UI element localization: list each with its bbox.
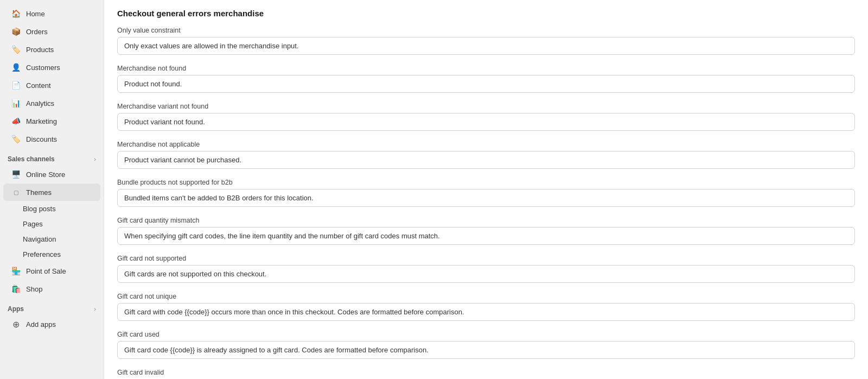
field-label-bundle-products-not-supported: Bundle products not supported for b2b [117, 179, 855, 186]
section-title: Checkout general errors merchandise [117, 9, 855, 18]
field-group-merchandise-variant-not-found: Merchandise variant not found [117, 103, 855, 131]
sidebar-item-point-of-sale-label: Point of Sale [26, 267, 66, 275]
products-icon: 🏷️ [11, 45, 21, 54]
apps-chevron[interactable]: › [94, 306, 96, 312]
orders-icon: 📦 [11, 27, 21, 36]
sidebar-item-marketing-label: Marketing [26, 117, 57, 125]
field-label-gift-card-used: Gift card used [117, 331, 855, 338]
sidebar-item-add-apps[interactable]: ⊕ Add apps [3, 315, 100, 333]
sidebar-item-discounts[interactable]: 🏷️ Discounts [3, 130, 100, 148]
apps-label: Apps [8, 305, 24, 313]
field-label-merchandise-not-applicable: Merchandise not applicable [117, 141, 855, 148]
sidebar-item-navigation[interactable]: Navigation [3, 232, 100, 247]
sidebar-item-home[interactable]: 🏠 Home [3, 5, 100, 22]
themes-icon: ▢ [11, 187, 21, 197]
sidebar-item-products[interactable]: 🏷️ Products [3, 41, 100, 58]
customers-icon: 👤 [11, 62, 21, 72]
sidebar-item-marketing[interactable]: 📣 Marketing [3, 112, 100, 130]
shop-icon: 🛍️ [11, 284, 21, 294]
field-group-merchandise-not-found: Merchandise not found [117, 65, 855, 93]
field-label-merchandise-not-found: Merchandise not found [117, 65, 855, 72]
fields-container: Only value constraintMerchandise not fou… [117, 27, 855, 379]
sidebar: 🏠 Home 📦 Orders 🏷️ Products 👤 Customers … [0, 0, 104, 379]
home-icon: 🏠 [11, 9, 21, 18]
sidebar-item-orders[interactable]: 📦 Orders [3, 23, 100, 40]
field-input-gift-card-not-unique[interactable] [117, 303, 855, 321]
field-group-gift-card-invalid: Gift card invalid [117, 369, 855, 379]
apps-header: Apps › [0, 302, 104, 315]
field-label-gift-card-not-unique: Gift card not unique [117, 293, 855, 300]
sales-channels-label: Sales channels [8, 155, 55, 163]
sidebar-item-preferences-label: Preferences [23, 250, 61, 258]
sidebar-item-content-label: Content [26, 81, 51, 90]
sidebar-item-online-store-label: Online Store [26, 170, 65, 179]
field-input-gift-card-quantity-mismatch[interactable] [117, 227, 855, 245]
marketing-icon: 📣 [11, 116, 21, 126]
sidebar-item-customers[interactable]: 👤 Customers [3, 59, 100, 76]
sidebar-item-products-label: Products [26, 46, 54, 54]
sidebar-item-shop[interactable]: 🛍️ Shop [3, 280, 100, 298]
discounts-icon: 🏷️ [11, 134, 21, 144]
field-group-only-value-constraint: Only value constraint [117, 27, 855, 55]
sidebar-item-analytics[interactable]: 📊 Analytics [3, 94, 100, 112]
sidebar-item-point-of-sale[interactable]: 🏪 Point of Sale [3, 262, 100, 280]
sales-channels-chevron[interactable]: › [94, 156, 96, 162]
field-input-merchandise-not-found[interactable] [117, 75, 855, 93]
sidebar-item-customers-label: Customers [26, 64, 60, 72]
sidebar-item-blog-posts[interactable]: Blog posts [3, 201, 100, 216]
field-label-gift-card-quantity-mismatch: Gift card quantity mismatch [117, 217, 855, 224]
field-group-gift-card-not-unique: Gift card not unique [117, 293, 855, 321]
sidebar-item-pages-label: Pages [23, 220, 43, 228]
sidebar-item-themes-label: Themes [26, 188, 52, 197]
point-of-sale-icon: 🏪 [11, 266, 21, 276]
field-input-merchandise-not-applicable[interactable] [117, 151, 855, 169]
sidebar-item-themes[interactable]: ▢ Themes [3, 184, 100, 201]
field-group-gift-card-quantity-mismatch: Gift card quantity mismatch [117, 217, 855, 245]
field-group-gift-card-used: Gift card used [117, 331, 855, 359]
sidebar-item-preferences[interactable]: Preferences [3, 247, 100, 262]
field-label-gift-card-invalid: Gift card invalid [117, 369, 855, 376]
field-input-bundle-products-not-supported[interactable] [117, 189, 855, 207]
field-input-gift-card-used[interactable] [117, 341, 855, 359]
sidebar-item-online-store[interactable]: 🖥️ Online Store [3, 166, 100, 183]
sidebar-item-home-label: Home [26, 10, 45, 18]
field-label-merchandise-variant-not-found: Merchandise variant not found [117, 103, 855, 110]
field-input-merchandise-variant-not-found[interactable] [117, 113, 855, 131]
main-content: Checkout general errors merchandise Only… [104, 0, 868, 379]
online-store-icon: 🖥️ [11, 169, 21, 179]
sidebar-item-orders-label: Orders [26, 28, 48, 36]
sidebar-item-blog-posts-label: Blog posts [23, 205, 56, 213]
sales-channels-header: Sales channels › [0, 152, 104, 165]
sidebar-item-analytics-label: Analytics [26, 99, 54, 108]
sidebar-item-content[interactable]: 📄 Content [3, 77, 100, 94]
sidebar-item-add-apps-label: Add apps [26, 320, 56, 329]
field-group-merchandise-not-applicable: Merchandise not applicable [117, 141, 855, 169]
sidebar-item-pages[interactable]: Pages [3, 217, 100, 231]
content-icon: 📄 [11, 80, 21, 90]
field-label-gift-card-not-supported: Gift card not supported [117, 255, 855, 262]
field-input-gift-card-not-supported[interactable] [117, 265, 855, 283]
sidebar-item-navigation-label: Navigation [23, 235, 56, 243]
add-apps-icon: ⊕ [11, 319, 21, 329]
analytics-icon: 📊 [11, 98, 21, 108]
sidebar-item-discounts-label: Discounts [26, 135, 57, 143]
field-input-only-value-constraint[interactable] [117, 37, 855, 55]
field-group-bundle-products-not-supported: Bundle products not supported for b2b [117, 179, 855, 207]
field-group-gift-card-not-supported: Gift card not supported [117, 255, 855, 283]
sidebar-item-shop-label: Shop [26, 285, 42, 293]
field-label-only-value-constraint: Only value constraint [117, 27, 855, 34]
